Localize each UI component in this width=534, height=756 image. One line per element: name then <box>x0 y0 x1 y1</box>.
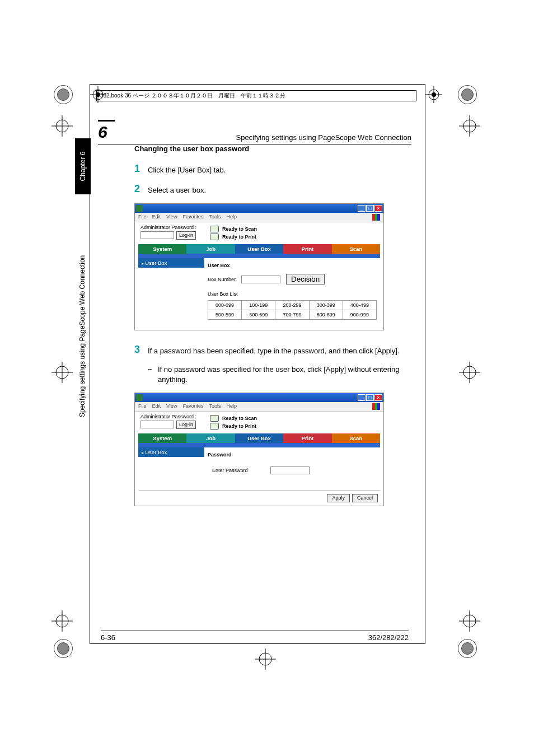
login-button[interactable]: Log-in <box>176 421 196 429</box>
screenshot-password: _ □ × File Edit View Favorites Tools Hel… <box>134 393 384 506</box>
printer-icon <box>210 423 219 430</box>
crop-mark <box>255 648 276 670</box>
range-cell[interactable]: 100-199 <box>242 301 275 310</box>
step-number: 2 <box>134 183 148 195</box>
menu-help[interactable]: Help <box>226 214 237 221</box>
menu-file[interactable]: File <box>138 403 147 410</box>
scanner-icon <box>210 226 219 232</box>
ie-throbber-icon <box>372 214 380 221</box>
menu-help[interactable]: Help <box>226 403 237 410</box>
tab-userbox[interactable]: User Box <box>235 244 283 254</box>
tab-print[interactable]: Print <box>283 244 331 254</box>
side-chapter-tab: Chapter 6 <box>75 138 91 194</box>
step-1: 1 Click the [User Box] tab. <box>134 163 409 175</box>
status-print: Ready to Print <box>222 423 256 429</box>
menu-favorites[interactable]: Favorites <box>182 403 203 410</box>
maximize-button[interactable]: □ <box>366 394 374 401</box>
range-cell[interactable]: 800-899 <box>309 310 343 320</box>
main-tabs: System Job User Box Print Scan <box>138 433 380 443</box>
browser-menubar: File Edit View Favorites Tools Help <box>135 213 383 222</box>
menu-view[interactable]: View <box>166 403 177 410</box>
sidebar-item-userbox[interactable]: User Box <box>138 447 204 457</box>
step-text: Select a user box. <box>148 183 409 195</box>
window-titlebar: _ □ × <box>135 393 383 402</box>
footer-page-number: 6-36 <box>101 633 115 642</box>
crop-mark <box>51 362 73 383</box>
dash-icon: – <box>148 365 158 385</box>
menu-edit[interactable]: Edit <box>152 214 161 221</box>
tab-system[interactable]: System <box>138 433 186 443</box>
tab-job[interactable]: Job <box>186 433 235 443</box>
running-header: 6 Specifying settings using PageScope We… <box>98 120 411 144</box>
crop-mark <box>51 115 73 137</box>
app-icon <box>136 205 143 212</box>
box-number-label: Box Number <box>208 277 236 282</box>
maximize-button[interactable]: □ <box>366 205 374 212</box>
range-cell[interactable]: 300-399 <box>309 301 343 310</box>
password-input[interactable] <box>270 466 310 474</box>
chapter-number: 6 <box>98 120 115 142</box>
step-3-sub: – If no password was specified for the u… <box>148 365 409 385</box>
crop-mark <box>459 362 480 383</box>
side-running-text: Specifying settings using PageScope Web … <box>78 255 86 417</box>
step-text: If a password has been specified, type i… <box>148 344 409 356</box>
tab-scan[interactable]: Scan <box>332 244 380 254</box>
userbox-list-label: User Box List <box>208 291 377 297</box>
tab-system[interactable]: System <box>138 244 186 254</box>
step-3: 3 If a password has been specified, type… <box>134 344 409 356</box>
step-number: 1 <box>134 163 148 175</box>
menu-favorites[interactable]: Favorites <box>182 214 203 221</box>
minimize-button[interactable]: _ <box>358 394 366 401</box>
menu-edit[interactable]: Edit <box>152 403 161 410</box>
step-number: 3 <box>134 344 148 356</box>
page-footer: 6-36 362/282/222 <box>101 631 409 642</box>
step-2: 2 Select a user box. <box>134 183 409 195</box>
svg-point-28 <box>432 92 436 97</box>
window-titlebar: _ □ × <box>135 204 383 213</box>
userbox-range-table: 000-099 100-199 200-299 300-399 400-499 … <box>208 300 377 320</box>
menu-view[interactable]: View <box>166 214 177 221</box>
app-icon <box>136 394 143 401</box>
scanner-icon <box>210 415 219 422</box>
enter-password-label: Enter Password <box>212 468 248 473</box>
range-cell[interactable]: 600-699 <box>242 310 275 320</box>
status-print: Ready to Print <box>222 234 256 240</box>
cancel-button[interactable]: Cancel <box>352 494 378 502</box>
decision-button[interactable]: Decision <box>286 274 325 284</box>
ie-throbber-icon <box>372 403 380 410</box>
menu-file[interactable]: File <box>138 214 147 221</box>
tab-userbox[interactable]: User Box <box>235 433 283 443</box>
range-cell[interactable]: 400-499 <box>343 301 376 310</box>
crop-mark-small <box>425 86 442 103</box>
range-cell[interactable]: 200-299 <box>275 301 309 310</box>
admin-password-input[interactable] <box>140 421 174 428</box>
menu-tools[interactable]: Tools <box>209 214 221 221</box>
range-cell[interactable]: 000-099 <box>208 301 242 310</box>
minimize-button[interactable]: _ <box>358 205 366 212</box>
sidebar-item-userbox[interactable]: User Box <box>138 258 204 268</box>
sub-text: If no password was specified for the use… <box>158 365 409 385</box>
tab-job[interactable]: Job <box>186 244 235 254</box>
crop-mark <box>51 610 73 632</box>
range-cell[interactable]: 700-799 <box>275 310 309 320</box>
close-button[interactable]: × <box>374 394 382 401</box>
main-tabs: System Job User Box Print Scan <box>138 244 380 254</box>
box-number-input[interactable] <box>241 276 280 283</box>
tab-print[interactable]: Print <box>283 433 331 443</box>
menu-tools[interactable]: Tools <box>209 403 221 410</box>
browser-menubar: File Edit View Favorites Tools Help <box>135 402 383 412</box>
crop-mark <box>459 115 480 137</box>
close-button[interactable]: × <box>374 205 382 212</box>
apply-button[interactable]: Apply <box>327 494 350 502</box>
status-scan: Ready to Scan <box>222 416 257 421</box>
footer-model-number: 362/282/222 <box>368 633 409 642</box>
admin-password-input[interactable] <box>140 231 174 239</box>
screenshot-userbox-list: _ □ × File Edit View Favorites Tools Hel… <box>134 203 384 330</box>
range-cell[interactable]: 500-599 <box>208 310 242 320</box>
range-cell[interactable]: 900-999 <box>343 310 376 320</box>
tab-scan[interactable]: Scan <box>332 433 380 443</box>
panel-heading-userbox: User Box <box>208 263 377 268</box>
running-title: Specifying settings using PageScope Web … <box>115 133 411 142</box>
panel-heading-password: Password <box>208 452 377 458</box>
login-button[interactable]: Log-in <box>176 231 196 240</box>
